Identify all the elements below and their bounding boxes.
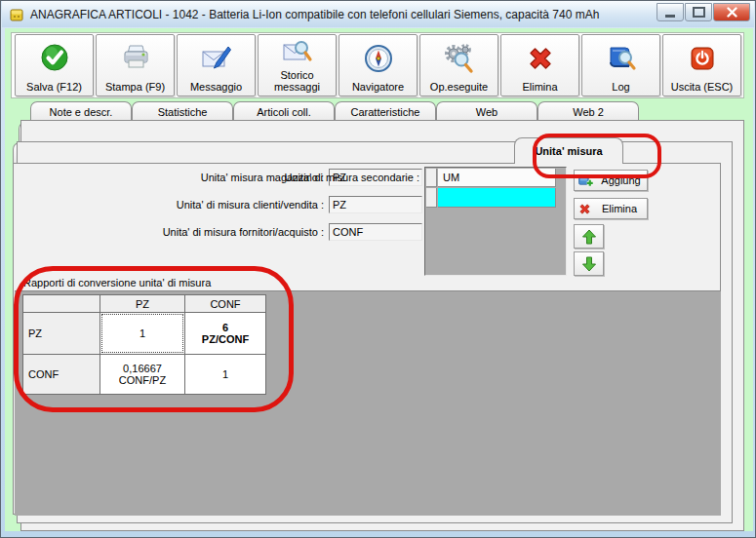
app-window: ANAGRAFICA ARTICOLI - 1042 - Batteria Li… [0, 0, 756, 538]
tab-caratteristiche[interactable]: Caratteristiche [335, 101, 436, 122]
tab-articoli-coll[interactable]: Articoli coll. [233, 101, 335, 122]
grid-um-column-header: UM [438, 169, 556, 187]
elimina-button[interactable]: Elimina [500, 34, 579, 96]
grid-row-selector[interactable] [426, 188, 437, 208]
down-arrow-icon [581, 256, 597, 272]
corner-header-cell [23, 295, 99, 312]
tab-row-1: Note e descr. Statistiche Articoli coll.… [30, 101, 639, 122]
maximize-button[interactable] [685, 3, 712, 21]
grid-selector-header [426, 169, 437, 187]
title-bar: ANAGRAFICA ARTICOLI - 1042 - Batteria Li… [2, 1, 754, 27]
tab-unita-misura[interactable]: Unita' misura [514, 137, 623, 164]
app-box-icon [9, 7, 24, 22]
move-up-button[interactable] [574, 224, 604, 249]
small-red-cross-icon [577, 202, 592, 216]
up-arrow-icon [581, 229, 597, 245]
purchase-unit-label: Unita' di misura fornitori/acquisto : [72, 226, 324, 238]
book-search-icon [605, 36, 638, 81]
tab-web-2[interactable]: Web 2 [537, 101, 639, 122]
power-icon [688, 36, 717, 81]
red-cross-icon [525, 36, 556, 81]
conversion-table-title: Rapporti di conversione unita' di misura [23, 277, 211, 288]
save-check-icon [39, 36, 70, 81]
uscita-button[interactable]: Uscita (ESC) [662, 34, 741, 96]
tab-web[interactable]: Web [436, 101, 537, 122]
cell-pz-conf[interactable]: 6 PZ/CONF [185, 313, 265, 354]
stampa-button[interactable]: Stampa (F9) [96, 34, 175, 96]
row-header-pz: PZ [23, 313, 99, 354]
sales-unit-input[interactable] [329, 196, 422, 213]
close-button[interactable] [713, 3, 750, 21]
elimina-row-button[interactable]: Elimina [574, 198, 648, 219]
gears-search-icon [443, 36, 476, 81]
window-title: ANAGRAFICA ARTICOLI - 1042 - Batteria Li… [30, 8, 599, 21]
grid-selected-row[interactable] [438, 188, 556, 208]
op-eseguite-button[interactable]: Op.eseguite [419, 34, 498, 96]
add-box-icon [577, 173, 595, 188]
envelope-search-icon [281, 36, 314, 69]
conversion-table: PZ CONF PZ 1 6 PZ/CONF CONF 0,16667 CONF… [22, 294, 266, 395]
envelope-pen-icon [200, 36, 233, 81]
cell-conf-conf[interactable]: 1 [185, 355, 265, 394]
messaggio-button[interactable]: Messaggio [177, 34, 256, 96]
move-down-button[interactable] [574, 251, 604, 276]
column-header-pz: PZ [100, 295, 184, 312]
compass-icon [363, 36, 394, 81]
column-header-conf: CONF [185, 295, 265, 312]
tab-note-e-descr[interactable]: Note e descr. [30, 101, 132, 122]
purchase-unit-input[interactable] [329, 223, 422, 241]
secondary-units-grid: UM [424, 167, 567, 276]
unita-misura-page: Unita' misura magazzino : Unita' di misu… [13, 163, 721, 515]
log-button[interactable]: Log [581, 34, 660, 96]
secondary-units-label: Unita' di misura secondarie : [265, 172, 419, 183]
printer-icon [119, 36, 152, 81]
cell-pz-pz[interactable]: 1 [100, 313, 184, 354]
aggiungi-button[interactable]: Aggiung [574, 170, 648, 191]
cell-conf-pz[interactable]: 0,16667 CONF/PZ [100, 355, 184, 394]
row-header-conf: CONF [23, 355, 99, 394]
storico-messaggi-button[interactable]: Storico messaggi [258, 34, 337, 96]
sales-unit-label: Unita' di misura clienti/vendita : [72, 199, 324, 211]
minimize-button[interactable] [657, 3, 684, 21]
salva-button[interactable]: Salva (F12) [15, 34, 94, 96]
tab-statistiche[interactable]: Statistiche [132, 101, 233, 122]
navigatore-button[interactable]: Navigatore [338, 34, 418, 96]
